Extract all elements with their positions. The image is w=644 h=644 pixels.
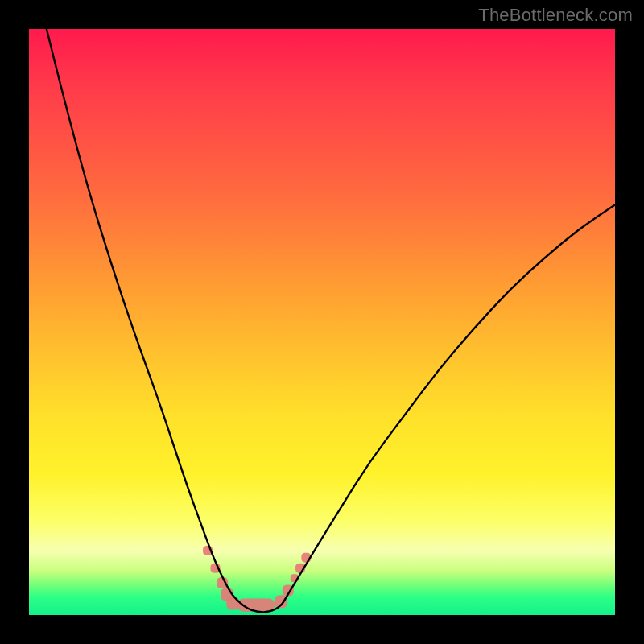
plot-area	[29, 29, 615, 615]
chart-svg	[29, 29, 615, 615]
chart-frame: TheBottleneck.com	[0, 0, 644, 644]
markers-layer	[203, 546, 311, 612]
watermark-text: TheBottleneck.com	[478, 5, 633, 26]
bottleneck-curve	[47, 29, 615, 612]
